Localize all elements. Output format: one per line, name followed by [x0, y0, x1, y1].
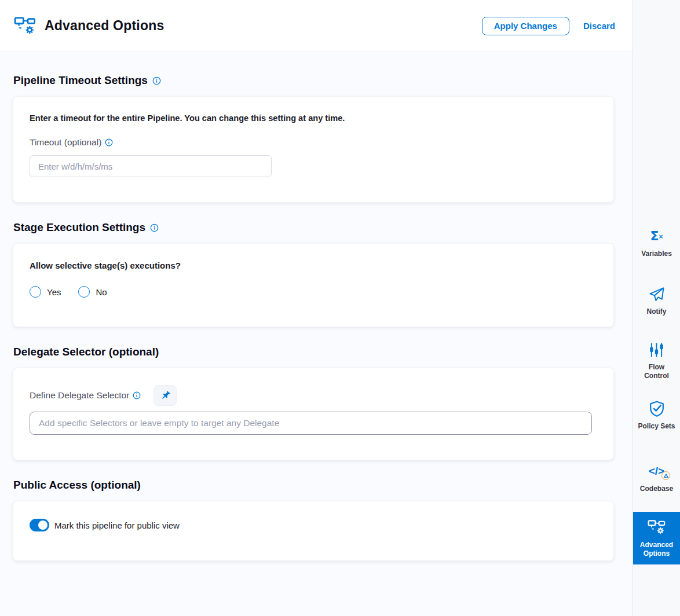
sidebar-item-label: Flow Control	[633, 363, 680, 380]
sidebar-item-label: Policy Sets	[633, 422, 679, 431]
apply-changes-button[interactable]: Apply Changes	[482, 17, 569, 35]
pipeline-timeout-heading: Pipeline Timeout Settings	[13, 74, 614, 87]
info-icon[interactable]	[150, 223, 159, 232]
sidebar-item-policy-sets[interactable]: Policy Sets	[633, 400, 680, 431]
paper-plane-icon	[648, 285, 665, 303]
pin-icon	[160, 390, 171, 401]
section-title: Pipeline Timeout Settings	[13, 74, 148, 87]
stage-execution-heading: Stage Execution Settings	[13, 221, 614, 234]
header-actions: Apply Changes Discard	[482, 17, 615, 35]
sigma-x-icon: Σ×	[650, 228, 663, 245]
discard-button[interactable]: Discard	[583, 21, 615, 31]
public-view-toggle-label: Mark this pipeline for public view	[54, 520, 180, 530]
radio-option-no[interactable]: No	[78, 286, 107, 298]
delegate-selector-input[interactable]	[30, 412, 592, 435]
sidebar-item-notify[interactable]: Notify	[633, 285, 680, 316]
pipeline-timeout-card: Enter a timeout for the entire Pipeline.…	[13, 96, 614, 203]
sidebar-item-variables[interactable]: Σ× Variables	[633, 228, 680, 258]
info-icon[interactable]	[152, 76, 161, 85]
code-warning-icon: </>	[649, 463, 664, 480]
public-access-heading: Public Access (optional)	[13, 479, 614, 492]
advanced-options-content: Pipeline Timeout Settings Enter a timeou…	[0, 52, 633, 561]
radio-label: Yes	[47, 287, 61, 297]
delegate-field-label: Define Delegate Selector	[30, 390, 129, 401]
radio-circle[interactable]	[30, 286, 41, 298]
page-title: Advanced Options	[45, 18, 164, 34]
radio-option-yes[interactable]: Yes	[30, 286, 61, 298]
sidebar-item-advanced-options[interactable]: Advanced Options	[633, 512, 680, 564]
stage-execution-card: Allow selective stage(s) executions? Yes…	[13, 243, 614, 327]
sidebar-item-label: Variables	[637, 250, 677, 258]
section-title: Public Access (optional)	[13, 479, 141, 492]
section-title: Delegate Selector (optional)	[13, 346, 159, 358]
sliders-icon	[649, 341, 664, 358]
info-icon[interactable]	[105, 138, 113, 146]
main-panel: Advanced Options Apply Changes Discard P…	[0, 0, 633, 616]
panel-header: Advanced Options Apply Changes Discard	[0, 0, 633, 52]
sidebar-item-label: Codebase	[635, 485, 678, 493]
warning-badge-icon	[661, 471, 670, 480]
delegate-selector-heading: Delegate Selector (optional)	[13, 346, 614, 358]
pipeline-gear-icon	[648, 519, 666, 536]
selective-stage-radio-group: Yes No	[30, 286, 597, 298]
pipeline-gear-icon	[14, 16, 36, 35]
delegate-selector-card: Define Delegate Selector	[13, 368, 614, 460]
pin-button[interactable]	[153, 385, 177, 406]
sidebar-item-label: Advanced Options	[633, 541, 680, 558]
radio-label: No	[96, 287, 107, 297]
sidebar-item-label: Notify	[642, 307, 671, 316]
timeout-description: Enter a timeout for the entire Pipeline.…	[30, 113, 597, 123]
timeout-input[interactable]	[30, 155, 272, 177]
timeout-field-label: Timeout (optional)	[30, 137, 101, 148]
info-icon[interactable]	[133, 391, 141, 399]
right-rail: Σ× Variables Notify Flow Control	[633, 0, 680, 616]
toggle-knob	[38, 520, 47, 530]
public-access-card: Mark this pipeline for public view	[13, 501, 614, 561]
sidebar-item-flow-control[interactable]: Flow Control	[633, 341, 680, 380]
radio-circle[interactable]	[78, 286, 90, 298]
section-title: Stage Execution Settings	[13, 221, 145, 234]
selective-stage-question: Allow selective stage(s) executions?	[30, 261, 597, 270]
sidebar-item-codebase[interactable]: </> Codebase	[633, 463, 680, 493]
public-view-toggle[interactable]	[30, 519, 49, 531]
shield-check-icon	[649, 400, 664, 417]
